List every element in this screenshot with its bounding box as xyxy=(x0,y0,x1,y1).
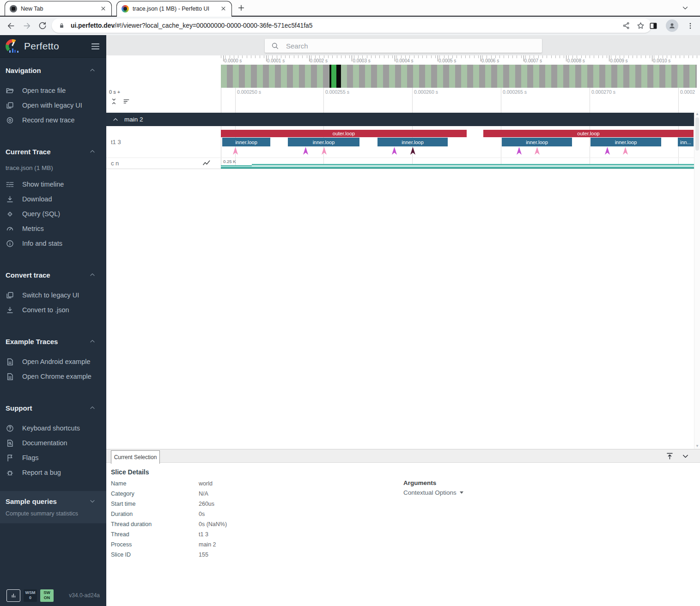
time-offset-label: 0 s + xyxy=(109,89,120,95)
sidebar-item-show-timeline[interactable]: Show timeline xyxy=(0,177,106,192)
side-panel-icon[interactable] xyxy=(649,21,658,30)
sidebar-item-switch-to-legacy-ui[interactable]: Switch to legacy UI xyxy=(0,288,106,303)
sidebar-item-info-and-stats[interactable]: Info and stats xyxy=(0,236,106,251)
slice-inner-loop[interactable]: inner.loop xyxy=(377,138,448,146)
sidebar-item-label: Open Android example xyxy=(22,358,91,365)
slice-inner-loop[interactable]: inner.loop xyxy=(288,138,359,146)
instant-arrow-magenta[interactable] xyxy=(605,147,610,155)
sidebar-sections: NavigationOpen trace fileOpen with legac… xyxy=(0,65,106,523)
bookmark-star-icon[interactable] xyxy=(636,21,645,30)
minimap[interactable] xyxy=(221,65,697,88)
ruler-tick xyxy=(395,55,395,61)
track-controls xyxy=(110,97,130,105)
instant-arrow-pink[interactable] xyxy=(233,147,238,155)
back-icon[interactable] xyxy=(6,21,16,30)
sidebar-item-convert-to-json[interactable]: Convert to .json xyxy=(0,303,106,317)
toolbar-right xyxy=(649,19,694,32)
ruler-tick xyxy=(481,55,481,61)
sidebar-section-header-example-traces[interactable]: Example Traces xyxy=(0,336,106,347)
slice-inner-loop[interactable]: inn... xyxy=(678,138,694,146)
instant-arrow-magenta[interactable] xyxy=(517,147,522,155)
sidebar-item-label: Metrics xyxy=(22,225,44,232)
collapse-tracks-icon[interactable] xyxy=(110,97,118,105)
scroll-up-icon[interactable]: ▲ xyxy=(694,112,700,116)
sidebar-item-query-sql[interactable]: Query (SQL) xyxy=(0,206,106,221)
sidebar-section-header-current-trace[interactable]: Current Trace xyxy=(0,146,106,157)
sidebar-section-header-sample-queries[interactable]: Sample queries xyxy=(0,496,106,507)
group-collapse-icon[interactable] xyxy=(112,116,119,123)
track-sort-icon[interactable] xyxy=(122,97,130,105)
panel-dock-top-icon[interactable] xyxy=(665,452,674,461)
address-bar[interactable]: ui.perfetto.dev/#!/viewer?local_cache_ke… xyxy=(52,18,651,33)
sidebar-section-header-support[interactable]: Support xyxy=(0,402,106,413)
instant-arrow-pink[interactable] xyxy=(623,147,628,155)
ruler-label: 0.0010 s xyxy=(653,58,670,63)
hud-toggle-button[interactable] xyxy=(6,589,20,602)
tab-perfetto-trace[interactable]: trace.json (1 MB) - Perfetto UI xyxy=(116,1,232,16)
process-group-header[interactable]: main 2 xyxy=(106,113,694,126)
instant-arrow-pink[interactable] xyxy=(535,147,540,155)
hamburger-menu-icon[interactable] xyxy=(90,41,101,52)
sidebar-section-header-navigation[interactable]: Navigation xyxy=(0,65,106,76)
caret-down-icon xyxy=(460,491,463,494)
minimap-selection-window[interactable] xyxy=(331,65,336,88)
sidebar-item-open-with-legacy-ui[interactable]: Open with legacy UI xyxy=(0,98,106,113)
info-icon xyxy=(6,239,14,248)
sidebar-item-record-new-trace[interactable]: Record new trace xyxy=(0,113,106,127)
sidebar-item-flags[interactable]: Flags xyxy=(0,450,106,465)
tab-close-icon[interactable] xyxy=(220,5,227,12)
sidebar-item-report-a-bug[interactable]: Report a bug xyxy=(0,465,106,480)
contextual-options-dropdown[interactable]: Contextual Options xyxy=(403,489,463,496)
slice-inner-loop[interactable]: inner.loop xyxy=(222,138,270,146)
share-icon[interactable] xyxy=(622,21,631,30)
instant-arrow-magenta[interactable] xyxy=(392,147,397,155)
sidebar-item-download[interactable]: Download xyxy=(0,192,106,206)
sidebar-item-open-android-example[interactable]: Open Android example xyxy=(0,354,106,369)
search-box[interactable] xyxy=(265,39,542,53)
sidebar-footer: WSM0 SWON v34.0-ad24a xyxy=(0,588,106,606)
thread-track-label[interactable]: t1 3 xyxy=(106,126,221,158)
app-title: Perfetto xyxy=(24,41,85,52)
wsm-status-badge[interactable]: WSM0 xyxy=(24,589,37,602)
counter-chart-icon xyxy=(202,158,211,168)
t13-content[interactable]: outer.loopouter.loopinner.loopinner.loop… xyxy=(221,126,694,158)
sidebar-item-metrics[interactable]: Metrics xyxy=(0,221,106,236)
sidebar-item-open-trace-file[interactable]: Open trace file xyxy=(0,83,106,98)
counter-content[interactable]: 0.25 K xyxy=(221,158,694,169)
instant-arrow-magenta[interactable] xyxy=(303,147,308,155)
lock-icon[interactable] xyxy=(58,22,65,29)
tab-overflow-chevron-icon[interactable] xyxy=(681,4,689,12)
tab-current-selection[interactable]: Current Selection xyxy=(111,450,160,464)
url-text[interactable]: ui.perfetto.dev/#!/viewer?local_cache_ke… xyxy=(71,22,616,29)
panel-collapse-icon[interactable] xyxy=(681,452,690,461)
slice-outer-loop[interactable]: outer.loop xyxy=(221,130,467,137)
refresh-icon[interactable] xyxy=(38,21,47,30)
sidebar-section-header-convert-trace[interactable]: Convert trace xyxy=(0,269,106,280)
forward-icon[interactable] xyxy=(22,21,31,30)
file-icon xyxy=(6,372,14,381)
scrollbar-thumb[interactable] xyxy=(695,117,699,151)
vertical-scrollbar[interactable]: ▲ ▼ xyxy=(694,111,700,449)
kebab-menu-icon[interactable] xyxy=(686,22,694,30)
new-tab-button[interactable] xyxy=(237,3,246,12)
marker-row[interactable]: 0 s + 0.000250 s0.000255 s0.000260 s0.00… xyxy=(106,88,700,111)
slice-inner-loop[interactable]: inner.loop xyxy=(502,138,572,146)
sidebar: Perfetto NavigationOpen trace fileOpen w… xyxy=(0,35,106,606)
scroll-down-icon[interactable]: ▼ xyxy=(694,444,700,448)
sample-query-item[interactable]: Compute summary statistics xyxy=(0,510,106,517)
avatar[interactable] xyxy=(666,19,678,32)
sidebar-item-keyboard-shortcuts[interactable]: Keyboard shortcuts xyxy=(0,421,106,436)
instant-arrow-pink[interactable] xyxy=(322,147,327,155)
grid-line xyxy=(412,88,413,111)
service-worker-badge[interactable]: SWON xyxy=(40,589,54,602)
detail-row: Processmain 2 xyxy=(111,539,397,550)
instant-arrow-selected[interactable] xyxy=(410,147,415,155)
sidebar-item-documentation[interactable]: Documentation xyxy=(0,436,106,450)
slice-inner-loop[interactable]: inner.loop xyxy=(590,138,661,146)
tab-close-icon[interactable] xyxy=(100,5,107,12)
minimap-selection[interactable] xyxy=(329,65,341,88)
slice-outer-loop[interactable]: outer.loop xyxy=(483,130,694,137)
search-input[interactable] xyxy=(285,42,536,50)
sidebar-item-open-chrome-example[interactable]: Open Chrome example xyxy=(0,369,106,384)
tab-new-tab[interactable]: New Tab xyxy=(5,1,112,16)
